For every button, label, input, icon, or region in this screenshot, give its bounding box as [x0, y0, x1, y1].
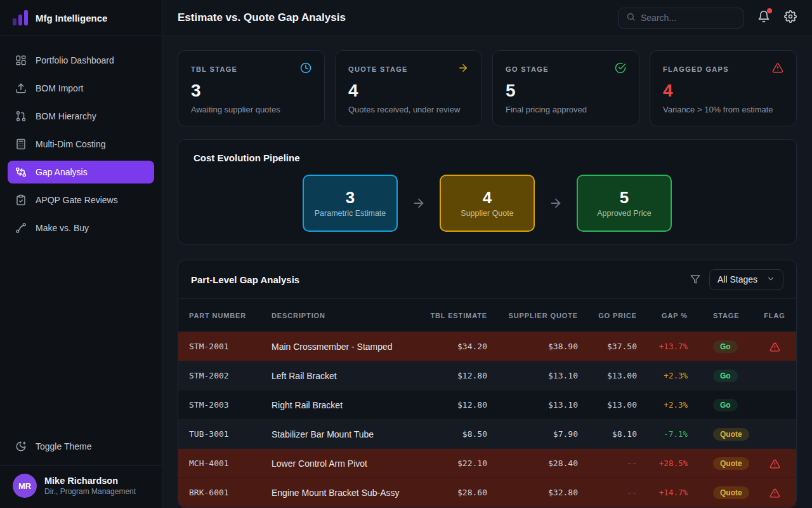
- stat-subtext: Final pricing approved: [506, 105, 626, 114]
- stat-subtext: Awaiting supplier quotes: [191, 105, 311, 114]
- brand-row: Mfg Intelligence: [0, 0, 162, 36]
- cell-description: Right Rail Bracket: [272, 400, 405, 410]
- gear-icon: [784, 10, 797, 25]
- clipboard-check-icon: [15, 194, 27, 206]
- column-header-go-price: GO PRICE: [578, 312, 637, 319]
- sidebar-item-label: Gap Analysis: [36, 167, 88, 177]
- stat-cards: TBL STAGE3Awaiting supplier quotesQUOTE …: [178, 50, 797, 126]
- cell-gap-percent: +14.7%: [637, 488, 688, 497]
- table-row: STM-2001Main Crossmember - Stamped$34.20…: [178, 332, 796, 361]
- cell-go-price: $13.00: [578, 400, 637, 410]
- sidebar-item-bom-import[interactable]: BOM Import: [8, 77, 154, 100]
- sidebar-item-label: Make vs. Buy: [36, 223, 89, 233]
- column-header-part-number: PART NUMBER: [189, 312, 272, 319]
- cell-tbl-estimate: $28.60: [405, 488, 487, 497]
- table-row: STM-2002Left Rail Bracket$12.80$13.10$13…: [178, 361, 796, 391]
- search-icon: [626, 12, 636, 24]
- search-box: [618, 8, 743, 29]
- sidebar-item-label: Multi-Dim Costing: [36, 139, 105, 149]
- arrow-right-icon: [457, 62, 469, 76]
- stage-label: Approved Price: [597, 209, 651, 218]
- sidebar-item-gap-analysis[interactable]: Gap Analysis: [8, 161, 154, 184]
- stage-badge: Go: [713, 340, 738, 353]
- stage-value: 3: [346, 189, 355, 207]
- cell-part-number: BRK-6001: [189, 488, 272, 497]
- stage-label: Parametric Estimate: [315, 209, 386, 218]
- stage-value: 4: [483, 189, 492, 207]
- sidebar-item-portfolio-dashboard[interactable]: Portfolio Dashboard: [8, 49, 154, 72]
- cell-tbl-estimate: $12.80: [405, 400, 487, 410]
- cell-supplier-quote: $32.80: [487, 488, 578, 497]
- sidebar-bottom: Toggle Theme MR Mike Richardson Dir., Pr…: [0, 434, 162, 508]
- chevron-down-icon: [766, 274, 775, 285]
- column-header-stage: STAGE: [688, 312, 764, 319]
- search-input[interactable]: [641, 13, 735, 23]
- stage-value: 5: [620, 189, 629, 207]
- user-profile[interactable]: MR Mike Richardson Dir., Program Managem…: [0, 465, 162, 508]
- sidebar-nav: Portfolio DashboardBOM ImportBOM Hierarc…: [0, 36, 162, 434]
- table-controls: All Stages: [690, 269, 783, 290]
- calculator-icon: [15, 138, 27, 150]
- cell-tbl-estimate: $34.20: [405, 342, 487, 351]
- sidebar-item-label: APQP Gate Reviews: [36, 195, 118, 205]
- column-header-description: DESCRIPTION: [272, 312, 405, 319]
- stat-card-flagged-gaps: FLAGGED GAPS4Variance > 10% from estimat…: [650, 50, 797, 126]
- cell-supplier-quote: $28.40: [487, 458, 578, 468]
- stat-card-tbl-stage: TBL STAGE3Awaiting supplier quotes: [178, 50, 325, 126]
- stat-subtext: Quotes received, under review: [348, 105, 469, 114]
- sidebar-item-bom-hierarchy[interactable]: BOM Hierarchy: [8, 105, 154, 128]
- upload-icon: [15, 83, 27, 94]
- sidebar: Mfg Intelligence Portfolio DashboardBOM …: [0, 0, 162, 508]
- sidebar-item-apqp-gate-reviews[interactable]: APQP Gate Reviews: [8, 189, 154, 211]
- cell-description: Engine Mount Bracket Sub-Assy: [272, 488, 405, 498]
- check-circle-icon: [615, 62, 626, 76]
- moon-star-icon: [15, 441, 27, 452]
- pipeline-stage-supplier-quote: 4Supplier Quote: [440, 175, 535, 232]
- column-header-flag: FLAG: [764, 312, 785, 319]
- theme-toggle-button[interactable]: Toggle Theme: [8, 434, 154, 459]
- table-title: Part-Level Gap Analysis: [191, 274, 299, 285]
- cell-stage: Go: [688, 370, 764, 382]
- user-title: Dir., Program Management: [44, 487, 136, 496]
- stat-label: FLAGGED GAPS: [663, 65, 729, 73]
- cell-go-price: $37.50: [578, 342, 637, 351]
- settings-button[interactable]: [784, 10, 797, 25]
- notification-dot: [767, 8, 772, 13]
- stat-card-quote-stage: QUOTE STAGE4Quotes received, under revie…: [335, 50, 482, 126]
- cell-tbl-estimate: $22.10: [405, 458, 487, 468]
- split-icon: [15, 222, 27, 234]
- filter-icon[interactable]: [690, 274, 700, 284]
- cell-go-price: --: [578, 458, 637, 468]
- stage-badge: Quote: [713, 457, 749, 470]
- column-header-supplier-quote: SUPPLIER QUOTE: [487, 312, 578, 319]
- stat-label: TBL STAGE: [191, 65, 237, 73]
- cell-go-price: $13.00: [578, 371, 637, 380]
- cell-part-number: STM-2002: [189, 371, 272, 380]
- sidebar-item-make-vs-buy[interactable]: Make vs. Buy: [8, 217, 154, 239]
- cell-supplier-quote: $7.90: [487, 429, 578, 439]
- stat-value: 3: [191, 81, 311, 101]
- cell-description: Main Crossmember - Stamped: [272, 342, 405, 352]
- stage-label: Supplier Quote: [461, 209, 513, 218]
- pipeline-stages: 3Parametric Estimate4Supplier Quote5Appr…: [193, 175, 781, 232]
- sidebar-item-multi-dim-costing[interactable]: Multi-Dim Costing: [8, 133, 154, 156]
- stage-badge: Quote: [713, 486, 749, 499]
- stage-filter-select[interactable]: All Stages: [709, 269, 783, 290]
- cell-flag: [764, 457, 785, 469]
- table-row: BRK-6001Engine Mount Bracket Sub-Assy$28…: [178, 478, 796, 507]
- pipeline-card: Cost Evolution Pipeline 3Parametric Esti…: [178, 139, 797, 244]
- stage-arrow-icon: [549, 196, 563, 210]
- notifications-button[interactable]: [757, 10, 770, 25]
- table-column-headers: PART NUMBERDESCRIPTIONTBL ESTIMATESUPPLI…: [178, 298, 796, 332]
- stage-badge: Go: [713, 370, 738, 382]
- stage-arrow-icon: [412, 196, 426, 210]
- cell-gap-percent: -7.1%: [637, 429, 688, 439]
- sidebar-item-label: BOM Hierarchy: [36, 111, 96, 121]
- cell-description: Left Rail Bracket: [272, 371, 405, 381]
- user-name: Mike Richardson: [44, 476, 136, 486]
- flag-alert-triangle-icon: [769, 457, 780, 468]
- cell-part-number: STM-2001: [189, 342, 272, 351]
- stage-badge: Go: [713, 399, 738, 411]
- cell-gap-percent: +28.5%: [637, 458, 688, 468]
- stage-badge: Quote: [713, 428, 749, 441]
